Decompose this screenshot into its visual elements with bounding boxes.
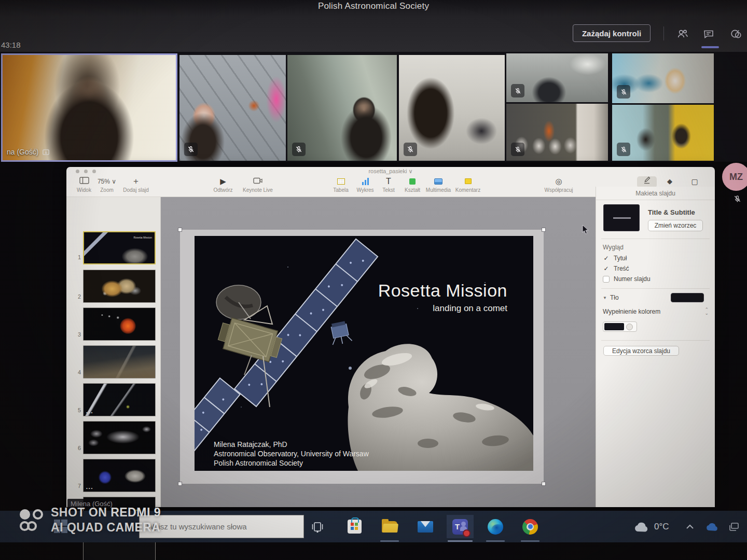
- color-well[interactable]: [603, 321, 637, 332]
- taskbar-search[interactable]: [139, 515, 304, 538]
- mouse-cursor: [582, 225, 589, 235]
- participant-video-active[interactable]: na (Gość): [1, 53, 177, 162]
- checkbox-label: Numer slajdu: [614, 275, 651, 283]
- edge-button[interactable]: [483, 515, 507, 538]
- weather-widget[interactable]: 0°C: [634, 511, 669, 542]
- checkbox-content[interactable]: ✓ Treść: [603, 265, 629, 272]
- toolbar-zoom-control[interactable]: 75% ∨ Zoom: [92, 176, 121, 193]
- slide-canvas[interactable]: Rosetta Mission landing on a comet Milen…: [161, 197, 596, 507]
- background-label: Tło: [610, 294, 619, 301]
- selection-handle[interactable]: [178, 228, 182, 232]
- selection-handle[interactable]: [542, 482, 546, 486]
- participant-video[interactable]: [506, 53, 608, 102]
- background-color-swatch[interactable]: [671, 293, 704, 302]
- play-icon: ▶: [209, 176, 238, 187]
- slide-thumbnail-6[interactable]: [83, 421, 156, 454]
- participant-avatar[interactable]: MZ: [722, 163, 747, 191]
- checkbox-title[interactable]: ✓ Tytuł: [603, 255, 627, 262]
- slide-number: 6: [75, 445, 81, 451]
- teams-button[interactable]: T: [447, 515, 474, 538]
- mic-muted-icon: [617, 143, 630, 156]
- mic-muted-icon: [731, 193, 743, 204]
- color-picker-button[interactable]: [626, 324, 633, 330]
- slide-number: 4: [75, 369, 81, 375]
- redmi-logo-icon: [20, 509, 43, 531]
- checkbox-label: Treść: [614, 265, 629, 272]
- divider: [601, 340, 710, 341]
- slide-thumbnail-7[interactable]: •••: [83, 459, 156, 492]
- build-dots: •••: [86, 486, 93, 491]
- mail-button[interactable]: [413, 515, 437, 538]
- color-well-swatch: [604, 323, 624, 330]
- master-slide-name: Title & Subtitle: [648, 208, 695, 216]
- slide-thumbnail-3[interactable]: [83, 307, 156, 341]
- slide-number: 3: [75, 331, 81, 338]
- selection-handle[interactable]: [178, 482, 182, 486]
- comment-icon: [465, 178, 472, 184]
- toolbar-shape-button[interactable]: Kształt: [398, 176, 427, 193]
- master-slide-thumbnail[interactable]: [603, 204, 640, 231]
- watermark-line2: AI QUAD CAMERA: [51, 520, 161, 535]
- chevron-down-icon[interactable]: ∨: [409, 168, 413, 174]
- edit-master-button[interactable]: Edycja wzorca slajdu: [603, 346, 679, 356]
- participant-video[interactable]: [399, 55, 505, 161]
- participant-name: na (Gość): [7, 148, 38, 156]
- chat-icon[interactable]: [700, 25, 717, 42]
- collaborate-icon: ◎: [544, 176, 573, 187]
- divider: [601, 239, 710, 239]
- keynote-live-icon: [240, 176, 276, 187]
- slide-thumbnail-5[interactable]: •••: [83, 383, 156, 416]
- change-master-button[interactable]: Zmień wzorzec: [648, 220, 703, 231]
- checkbox-unchecked-icon: [603, 276, 610, 283]
- toolbar-comment-button[interactable]: Komentarz: [453, 176, 482, 193]
- current-slide[interactable]: Rosetta Mission landing on a comet Milen…: [195, 236, 533, 471]
- toolbar-play-button[interactable]: ▶ Odtwórz: [209, 176, 238, 193]
- divider: [601, 288, 710, 289]
- virtual-desktop-tray-button[interactable]: [728, 511, 740, 542]
- file-explorer-button[interactable]: [378, 515, 402, 538]
- toolbar-keynote-live-button[interactable]: Keynote Live: [240, 176, 276, 193]
- background-disclosure[interactable]: ▼ Tło: [603, 294, 619, 301]
- slide-title: Rosetta Mission: [378, 281, 507, 301]
- fill-mode-select[interactable]: Wypełnienie kolorem ⌃⌄: [603, 308, 709, 315]
- slide-footer: Milena Ratajczak, PhD Astronomical Obser…: [214, 440, 369, 468]
- participants-icon[interactable]: [674, 25, 691, 42]
- shape-icon: [409, 178, 416, 185]
- slide-thumbnail-2[interactable]: [83, 270, 156, 303]
- toolbar-add-slide-button[interactable]: + Dodaj slajd: [121, 176, 150, 193]
- mic-muted-icon: [404, 143, 417, 156]
- request-control-button[interactable]: Zażądaj kontroli: [573, 24, 651, 42]
- slide-number: 1: [75, 254, 81, 260]
- microsoft-store-button[interactable]: [342, 515, 366, 538]
- toolbar-media-button[interactable]: Multimedia: [424, 176, 453, 193]
- onedrive-tray-button[interactable]: [706, 511, 719, 542]
- tray-expand-button[interactable]: [686, 511, 694, 542]
- keynote-titlebar[interactable]: rosetta_pasieki ∨: [66, 167, 715, 175]
- share-icon[interactable]: [728, 25, 744, 42]
- video-strip: na (Gość): [0, 52, 747, 162]
- toolbar-collaborate-button[interactable]: ◎ Współpracuj: [544, 176, 573, 193]
- participant-video[interactable]: [506, 104, 608, 161]
- slide-thumbnail-1[interactable]: Rosetta Mission: [83, 231, 156, 264]
- mail-icon: [418, 521, 433, 533]
- slide-subtitle: landing on a comet: [433, 303, 507, 314]
- header-divider: [663, 26, 664, 40]
- table-icon: [337, 178, 345, 185]
- participant-video[interactable]: [612, 105, 714, 161]
- participant-video[interactable]: [179, 55, 286, 161]
- format-inspector: Makieta slajdu Title & Subtitle Zmień wz…: [596, 187, 715, 507]
- participant-video[interactable]: [287, 55, 397, 161]
- fill-mode-label: Wypełnienie kolorem: [603, 308, 660, 315]
- taskbar-search-input[interactable]: [140, 522, 303, 531]
- open-app-indicator: [521, 540, 540, 542]
- participant-video[interactable]: [612, 53, 714, 103]
- chrome-button[interactable]: [518, 515, 542, 538]
- checkbox-slide-number[interactable]: Numer slajdu: [603, 275, 651, 283]
- teams-header: Polish Astronomical Society 43:18 Zażąda…: [0, 0, 747, 52]
- chat-active-indicator: [701, 46, 719, 48]
- selection-handle[interactable]: [542, 228, 546, 232]
- task-view-button[interactable]: [306, 515, 329, 538]
- appearance-label: Wygląd: [603, 244, 624, 251]
- desktops-icon: [728, 522, 740, 532]
- slide-thumbnail-4[interactable]: [83, 345, 156, 379]
